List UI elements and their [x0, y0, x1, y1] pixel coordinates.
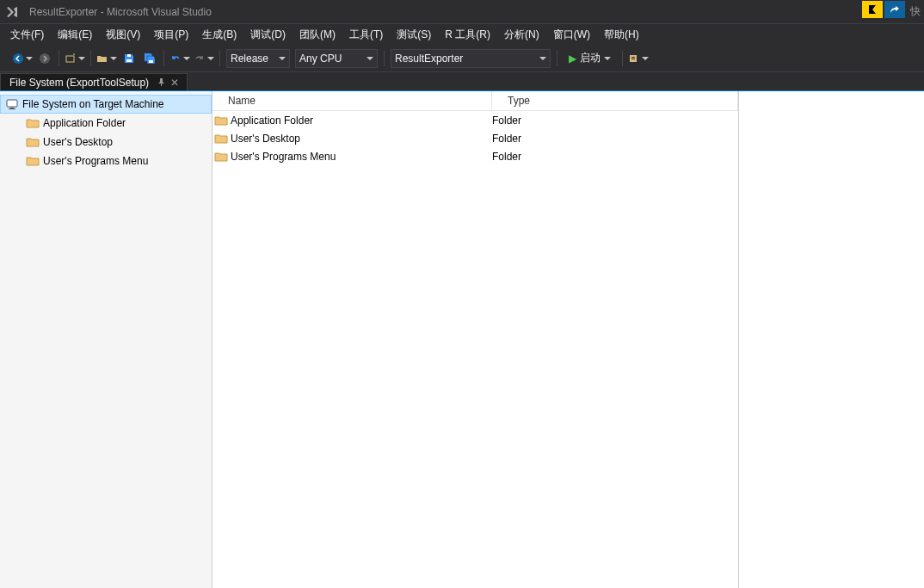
folder-contents-pane: Name Type Application Folder Folder Use — [213, 91, 924, 588]
folder-icon — [214, 114, 228, 127]
list-cell-name: User's Programs Menu — [231, 151, 336, 163]
list-cell-name: User's Desktop — [231, 133, 300, 145]
column-header-type[interactable]: Type — [492, 91, 738, 110]
menu-edit[interactable]: 编辑(E) — [51, 25, 99, 45]
svg-rect-7 — [631, 57, 635, 58]
toolbar: Release Any CPU ResultExporter ▶ 启动 — [0, 45, 924, 72]
platform-value: Any CPU — [299, 53, 342, 65]
document-tab-filesystem[interactable]: File System (ExportToolSetup) ✕ — [0, 73, 188, 90]
vs-logo-icon — [5, 5, 19, 19]
startup-project-value: ResultExporter — [395, 53, 463, 65]
toolbar-separator — [557, 51, 557, 66]
title-extra-text: 快 — [907, 0, 924, 23]
configuration-dropdown[interactable]: Release — [226, 49, 290, 68]
folder-icon — [26, 116, 40, 130]
tree-item-label: File System on Target Machine — [22, 98, 164, 110]
startup-project-dropdown[interactable]: ResultExporter — [391, 49, 551, 68]
menu-help[interactable]: 帮助(H) — [597, 25, 646, 45]
column-header-name[interactable]: Name — [213, 91, 492, 110]
menu-team[interactable]: 团队(M) — [293, 25, 342, 45]
configuration-value: Release — [231, 53, 268, 65]
new-project-button[interactable] — [63, 48, 87, 69]
menu-project[interactable]: 项目(P) — [147, 25, 195, 45]
svg-rect-9 — [7, 100, 17, 107]
tree-root: File System on Target Machine Applicatio… — [0, 91, 212, 170]
play-icon: ▶ — [569, 53, 576, 65]
svg-rect-4 — [127, 54, 131, 57]
window-title: ResultExporter - Microsoft Visual Studio — [29, 6, 212, 18]
feedback-icon[interactable] — [884, 1, 905, 18]
menu-tools[interactable]: 工具(T) — [342, 25, 390, 45]
menu-test[interactable]: 测试(S) — [390, 25, 438, 45]
tree-item-label: User's Programs Menu — [43, 155, 148, 167]
editor-area: File System on Target Machine Applicatio… — [0, 91, 924, 588]
tree-item-users-desktop[interactable]: User's Desktop — [0, 133, 212, 152]
notification-flag-icon[interactable] — [862, 1, 883, 18]
machine-icon — [5, 97, 19, 111]
folder-icon — [214, 132, 228, 145]
save-button[interactable] — [119, 48, 139, 69]
nav-forward-button[interactable] — [34, 48, 55, 69]
menu-analyze[interactable]: 分析(N) — [497, 25, 546, 45]
folder-icon — [26, 135, 40, 149]
platform-dropdown[interactable]: Any CPU — [295, 49, 378, 68]
svg-point-1 — [40, 53, 50, 64]
close-tab-icon[interactable]: ✕ — [169, 77, 180, 89]
pin-icon[interactable] — [156, 77, 166, 89]
tree-item-label: User's Desktop — [43, 136, 113, 148]
document-tab-bar: File System (ExportToolSetup) ✕ — [0, 72, 924, 91]
list-cell-name: Application Folder — [231, 115, 313, 127]
toolbar-separator — [59, 51, 59, 66]
save-all-button[interactable] — [139, 48, 160, 69]
open-file-button[interactable] — [95, 48, 119, 69]
list-cell-type: Folder — [492, 151, 521, 163]
svg-rect-11 — [9, 108, 15, 109]
list-cell-type: Folder — [492, 115, 521, 127]
toolbar-separator — [622, 51, 623, 66]
folder-icon — [26, 154, 40, 168]
undo-button[interactable] — [168, 48, 192, 69]
tree-item-application-folder[interactable]: Application Folder — [0, 114, 212, 133]
list-row[interactable]: User's Programs Menu Folder — [213, 147, 738, 165]
title-bar-right: 快 — [862, 0, 924, 23]
menu-build[interactable]: 生成(B) — [195, 25, 243, 45]
menu-bar: 文件(F) 编辑(E) 视图(V) 项目(P) 生成(B) 调试(D) 团队(M… — [0, 24, 924, 45]
folder-icon — [214, 150, 228, 164]
redo-button[interactable] — [192, 48, 216, 69]
toolbar-separator — [219, 51, 220, 66]
menu-window[interactable]: 窗口(W) — [546, 25, 597, 45]
title-bar: ResultExporter - Microsoft Visual Studio… — [0, 0, 924, 24]
svg-rect-2 — [66, 56, 74, 62]
menu-rtools[interactable]: R 工具(R) — [438, 25, 497, 45]
menu-view[interactable]: 视图(V) — [99, 25, 147, 45]
svg-rect-10 — [10, 108, 14, 108]
list-main: Name Type Application Folder Folder Use — [213, 91, 738, 588]
toolbar-separator — [384, 51, 385, 66]
svg-point-0 — [13, 53, 23, 64]
tree-item-target-machine[interactable]: File System on Target Machine — [0, 95, 212, 114]
list-row[interactable]: User's Desktop Folder — [213, 129, 738, 147]
menu-file[interactable]: 文件(F) — [3, 25, 51, 45]
document-tab-title: File System (ExportToolSetup) — [9, 77, 149, 89]
nav-back-button[interactable] — [10, 48, 34, 69]
tree-item-users-programs-menu[interactable]: User's Programs Menu — [0, 152, 212, 170]
toolbar-extra-button[interactable] — [626, 48, 650, 69]
svg-rect-5 — [149, 60, 153, 63]
menu-debug[interactable]: 调试(D) — [243, 25, 293, 45]
right-empty-pane — [738, 91, 924, 588]
list-row[interactable]: Application Folder Folder — [213, 111, 738, 129]
list-cell-type: Folder — [492, 133, 521, 145]
start-label: 启动 — [580, 51, 601, 65]
toolbar-separator — [90, 51, 91, 66]
list-header: Name Type — [213, 91, 738, 111]
svg-rect-3 — [126, 59, 132, 62]
tree-item-label: Application Folder — [43, 117, 126, 129]
file-system-tree-pane: File System on Target Machine Applicatio… — [0, 91, 213, 588]
toolbar-separator — [163, 51, 164, 66]
svg-rect-8 — [631, 59, 635, 59]
start-debug-button[interactable]: ▶ 启动 — [564, 49, 616, 68]
